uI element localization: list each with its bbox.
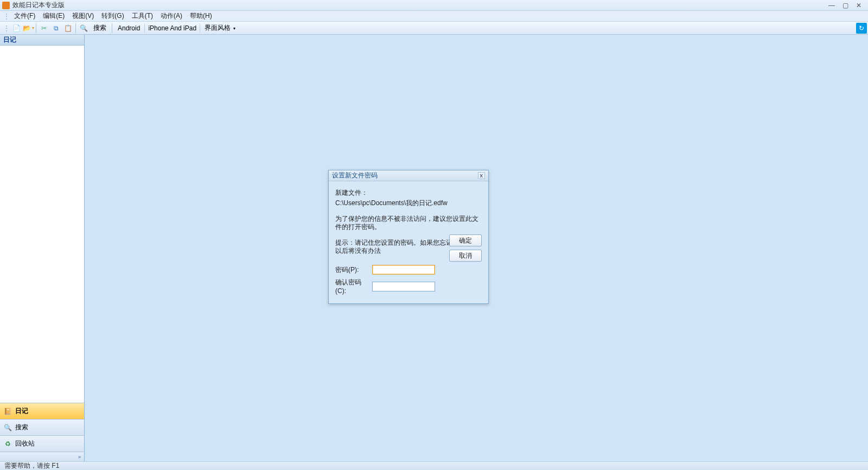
menu-file[interactable]: 文件(F) [11,10,39,22]
ok-label: 确定 [459,236,472,245]
menu-action[interactable]: 动作(A) [157,10,186,22]
close-button[interactable]: ✕ [854,2,864,9]
new-button[interactable]: 📄 [11,23,22,34]
menu-help[interactable]: 帮助(H) [187,10,215,22]
sync-button[interactable]: ↻ [856,23,867,34]
cancel-label: 取消 [459,251,472,261]
dialog-close-button[interactable]: x [478,172,486,179]
sidebar: 日记 📔 日记 🔍 搜索 ♻ 回收站 » [0,35,85,461]
nav-panel: 📔 日记 🔍 搜索 ♻ 回收站 [0,403,84,452]
copy-button[interactable]: ⧉ [50,23,61,34]
cancel-button[interactable]: 取消 [449,250,482,262]
toolbar-divider [112,23,112,33]
nav-label-recycle: 回收站 [15,439,35,448]
password-row: 密码(P): [335,265,482,275]
menu-tools[interactable]: 工具(T) [129,10,156,22]
app-icon [2,2,10,9]
status-text: 需要帮助，请按 F1 [4,461,59,470]
ui-style-button[interactable]: 界面风格 ▾ [201,22,239,34]
toolbar-handle: ⋮ [3,24,10,32]
android-button[interactable]: Android [114,23,143,33]
menu-goto[interactable]: 转到(G) [98,10,127,22]
dialog-file-path: C:\Users\pc\Documents\我的日记.edfw [335,199,482,207]
cut-button[interactable]: ✂ [39,23,49,34]
sidebar-header: 日记 [0,35,84,46]
chevron-down-icon: » [78,454,81,460]
sidebar-tree[interactable] [0,46,84,403]
toolbar: ⋮ 📄 📂▾ ✂ ⧉ 📋 🔍 搜索 Android iPhone And iPa… [0,22,868,35]
password-input[interactable] [372,265,435,275]
nav-label-search: 搜索 [15,423,28,432]
dialog-body: 新建文件： C:\Users\pc\Documents\我的日记.edfw 为了… [329,181,488,303]
nav-item-search[interactable]: 🔍 搜索 [0,419,84,435]
minimize-button[interactable]: — [826,2,837,9]
password-dialog: 设置新文件密码 x 新建文件： C:\Users\pc\Documents\我的… [328,170,489,304]
paste-button[interactable]: 📋 [62,23,73,34]
toolbar-divider [36,23,36,33]
nav-collapse[interactable]: » [0,452,84,461]
search-icon[interactable]: 🔍 [78,23,89,34]
diary-icon: 📔 [3,407,12,416]
ui-style-label: 界面风格 [205,24,231,31]
app-title: 效能日记本专业版 [12,1,65,10]
dialog-info-text: 为了保护您的信息不被非法访问，建议您设置此文件的打开密码。 [335,215,482,231]
recycle-icon: ♻ [3,440,12,448]
iphone-ipad-button[interactable]: iPhone And iPad [144,23,200,33]
status-bar: 需要帮助，请按 F1 [0,461,868,470]
dialog-title-bar[interactable]: 设置新文件密码 x [329,170,488,181]
confirm-password-label: 确认密码(C): [335,278,368,295]
menu-handle: ⋮ [3,12,10,20]
search-icon: 🔍 [3,423,12,432]
maximize-button[interactable]: ▢ [840,2,851,9]
confirm-password-row: 确认密码(C): [335,278,482,295]
title-bar: 效能日记本专业版 — ▢ ✕ [0,0,868,11]
confirm-password-input[interactable] [372,282,435,291]
dialog-newfile-label: 新建文件： [335,189,482,197]
menu-edit[interactable]: 编辑(E) [40,10,68,22]
menu-bar: ⋮ 文件(F) 编辑(E) 视图(V) 转到(G) 工具(T) 动作(A) 帮助… [0,11,868,22]
window-controls: — ▢ ✕ [826,2,868,9]
search-button[interactable]: 搜索 [90,22,110,34]
toolbar-divider [75,23,76,33]
nav-item-recycle[interactable]: ♻ 回收站 [0,435,84,452]
dialog-title: 设置新文件密码 [332,171,378,180]
password-label: 密码(P): [335,265,368,275]
menu-view[interactable]: 视图(V) [69,10,97,22]
ok-button[interactable]: 确定 [449,234,482,246]
nav-label-diary: 日记 [15,407,28,416]
chevron-down-icon: ▾ [233,26,235,31]
open-button[interactable]: 📂▾ [23,23,34,34]
dialog-buttons: 确定 取消 [449,234,482,262]
nav-item-diary[interactable]: 📔 日记 [0,403,84,419]
